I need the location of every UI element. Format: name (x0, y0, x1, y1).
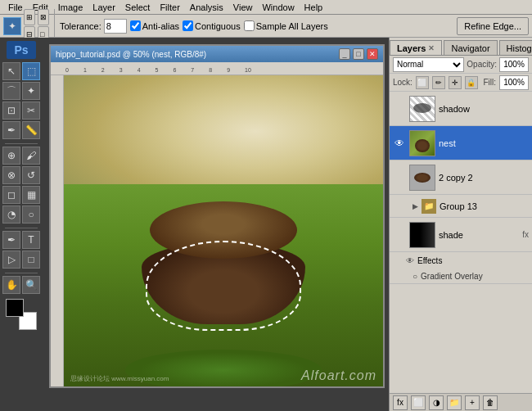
tick-7: 7 (191, 67, 194, 73)
tolerance-input[interactable] (104, 19, 127, 34)
menu-filter[interactable]: Filter (155, 0, 184, 14)
contiguous-wrap: Contiguous (183, 20, 241, 31)
delete-layer-btn[interactable]: 🗑 (483, 395, 498, 410)
sample-all-checkbox[interactable] (244, 20, 255, 31)
history-brush-btn[interactable]: ↺ (22, 166, 40, 184)
new-fill-layer-btn[interactable]: ◑ (429, 395, 444, 410)
tick-0: 0 (65, 67, 69, 73)
gradient-overlay-item[interactable]: ○ Gradient Overlay (390, 269, 532, 283)
maximize-button[interactable]: □ (353, 48, 364, 60)
layer-shade-name: shade (439, 230, 519, 240)
tool-row-8: ◔ ○ (2, 206, 40, 224)
add-mask-btn[interactable]: ⬜ (411, 395, 426, 410)
type-tool-btn[interactable]: T (22, 231, 40, 249)
hand-tool-btn[interactable]: ✋ (2, 276, 20, 294)
tab-navigator[interactable]: Navigator (444, 40, 497, 55)
effects-eye-icon[interactable]: 👁 (406, 256, 414, 265)
antialias-checkbox[interactable] (130, 20, 141, 31)
menu-select[interactable]: Select (120, 0, 156, 14)
horizontal-ruler: 0 1 2 3 4 5 6 7 8 9 10 (51, 62, 383, 75)
layer-copy2[interactable]: 2 copy 2 (390, 160, 532, 195)
tool-divider-2 (5, 228, 38, 228)
menu-layer[interactable]: Layer (88, 0, 120, 14)
lock-transparent-btn[interactable]: ⬜ (416, 76, 429, 89)
layer-copy2-visibility[interactable] (393, 171, 406, 184)
lasso-tool-btn[interactable]: ⌒ (2, 82, 20, 100)
selection-tool-btn[interactable]: ⬚ (22, 62, 40, 80)
brush-btn[interactable]: 🖌 (22, 147, 40, 165)
menu-help[interactable]: Help (300, 0, 328, 14)
tick-10: 10 (245, 67, 251, 73)
foreground-color-swatch[interactable] (6, 299, 24, 317)
pen-tool-btn[interactable]: ✒ (2, 231, 20, 249)
layer-nest-visibility[interactable]: 👁 (393, 137, 406, 150)
layer-fx-badge: fx (522, 230, 529, 239)
layer-styles-btn[interactable]: fx (393, 395, 408, 410)
add-selection-btn[interactable]: ⊞ (24, 9, 35, 25)
layer-shadow-visibility[interactable] (393, 102, 406, 115)
move-tool-btn[interactable]: ↖ (2, 62, 20, 80)
clone-stamp-btn[interactable]: ⊗ (2, 166, 20, 184)
intersect-selection-btn[interactable]: ⊠ (38, 9, 49, 25)
eraser-btn[interactable]: ◻ (2, 186, 20, 204)
gradient-btn[interactable]: ▦ (22, 186, 40, 204)
contiguous-label: Contiguous (195, 21, 241, 31)
panel-footer: fx ⬜ ◑ 📁 + 🗑 (390, 393, 532, 411)
opacity-input[interactable] (499, 57, 529, 72)
watermark-text: Alfoart.com (301, 368, 376, 383)
ruler-btn[interactable]: 📏 (22, 121, 40, 139)
tick-9: 9 (227, 67, 230, 73)
eyedropper-btn[interactable]: ✒ (2, 121, 20, 139)
quick-select-btn[interactable]: ✦ (22, 82, 40, 100)
blur-btn[interactable]: ◔ (2, 206, 20, 224)
blend-mode-select[interactable]: Normal (393, 57, 464, 72)
minimize-button[interactable]: _ (339, 48, 350, 60)
refine-edge-button[interactable]: Refine Edge... (457, 17, 529, 35)
effects-section: 👁 Effects ○ Gradient Overlay (390, 252, 532, 284)
layer-shadow-name: shadow (439, 104, 529, 114)
close-button[interactable]: ✕ (367, 48, 378, 60)
document-title-bar: hippo_tutorial.psd @ 50% (nest, RGB/8#) … (51, 46, 383, 62)
layer-nest[interactable]: 👁 nest (390, 126, 532, 160)
lock-position-btn[interactable]: ✛ (449, 76, 462, 89)
tab-histogram[interactable]: Histogram (499, 40, 532, 55)
layer-group13-visibility[interactable] (396, 200, 409, 213)
tab-layers[interactable]: Layers ✕ (390, 40, 442, 55)
new-layer-btn[interactable]: + (465, 395, 480, 410)
crop-tool-btn[interactable]: ⊡ (2, 102, 20, 120)
menu-image[interactable]: Image (53, 0, 88, 14)
tolerance-section: Tolerance: (60, 19, 127, 34)
layer-group13[interactable]: ▶ 📁 Group 13 (390, 195, 532, 218)
layer-shade-visibility[interactable] (393, 228, 406, 242)
magic-wand-tool-btn[interactable]: ✦ (3, 17, 21, 35)
layer-nest-name: nest (439, 138, 529, 148)
path-select-btn[interactable]: ▷ (2, 251, 20, 269)
tool-row-2: ⌒ ✦ (2, 82, 40, 100)
menu-analysis[interactable]: Analysis (185, 0, 228, 14)
watermark-small-text: 思缘设计论坛 www.missyuan.com (70, 374, 169, 383)
layer-shade[interactable]: shade fx (390, 218, 532, 252)
zoom-tool-btn[interactable]: 🔍 (22, 276, 40, 294)
dodge-btn[interactable]: ○ (22, 206, 40, 224)
options-toolbar: ✦ ⊞ ⊟ ⊠ □ Tolerance: Anti-alias Contiguo… (0, 15, 532, 38)
document-title: hippo_tutorial.psd @ 50% (nest, RGB/8#) (56, 50, 206, 59)
healing-brush-btn[interactable]: ⊕ (2, 147, 20, 165)
lock-pixels-btn[interactable]: ✏ (432, 76, 445, 89)
new-group-btn[interactable]: 📁 (447, 395, 462, 410)
layer-shadow[interactable]: shadow (390, 92, 532, 126)
tab-layers-close[interactable]: ✕ (428, 44, 435, 52)
lock-all-btn[interactable]: 🔒 (465, 76, 478, 89)
contiguous-checkbox[interactable] (183, 20, 193, 31)
canvas-image[interactable]: Alfoart.com 思缘设计论坛 www.missyuan.com (64, 75, 383, 386)
layer-group13-name: Group 13 (440, 201, 529, 211)
shape-tool-btn[interactable]: □ (22, 251, 40, 269)
gradient-overlay-label: Gradient Overlay (421, 272, 483, 281)
menu-view[interactable]: View (228, 0, 258, 14)
menu-window[interactable]: Window (257, 0, 299, 14)
lock-label: Lock: (393, 78, 413, 87)
layer-copy2-thumb (409, 165, 435, 191)
slice-tool-btn[interactable]: ✂ (22, 102, 40, 120)
tool-divider-1 (5, 143, 38, 144)
fill-input[interactable] (499, 75, 529, 90)
gradient-overlay-icon: ○ (413, 272, 417, 281)
